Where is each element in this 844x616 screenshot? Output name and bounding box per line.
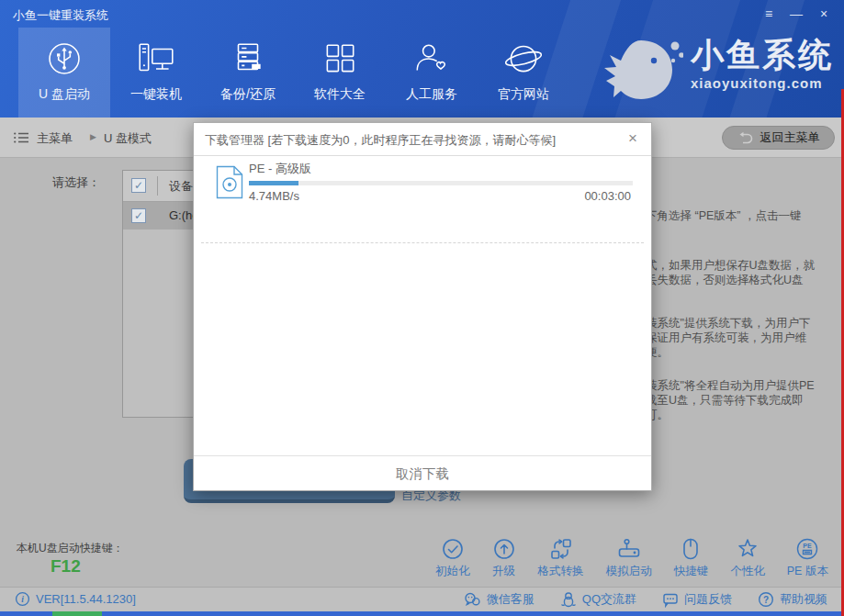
select-all-checkbox[interactable]: ✓ xyxy=(131,178,146,193)
minimize-icon[interactable]: — xyxy=(787,5,805,23)
boot-hotkey-label: 本机U盘启动快捷键： xyxy=(17,541,124,556)
device-column-header: 设备 xyxy=(169,178,193,195)
nav-item-backup-restore[interactable]: 备份/还原 xyxy=(202,28,294,118)
qq-group-link[interactable]: QQ交流群 xyxy=(560,591,636,608)
tool-hotkey[interactable]: 快捷键 xyxy=(674,536,709,579)
download-item: PE - 高级版 4.74MB/s 00:03:00 xyxy=(194,155,651,210)
svg-text:PE: PE xyxy=(804,542,813,548)
fish-logo-icon xyxy=(599,37,683,103)
tool-personalize[interactable]: 个性化 xyxy=(730,536,765,579)
brand-logo: 小鱼系统 xiaoyuxitong.com xyxy=(599,37,834,103)
help-icon: ? xyxy=(758,591,774,608)
nav-label: 备份/还原 xyxy=(202,86,294,103)
download-time-remaining: 00:03:00 xyxy=(584,189,631,203)
item-divider xyxy=(201,242,644,243)
bottom-strip-green xyxy=(52,611,102,616)
computer-icon xyxy=(110,28,202,83)
software-grid-icon xyxy=(294,28,386,83)
joystick-icon xyxy=(606,536,652,561)
help-video-link[interactable]: ? 帮助视频 xyxy=(758,591,827,608)
tool-initialize[interactable]: 初始化 xyxy=(435,536,470,579)
cancel-download-button[interactable]: 取消下载 xyxy=(377,456,467,491)
backup-restore-icon xyxy=(202,28,294,83)
disc-file-icon xyxy=(216,165,243,199)
nav-label: 官方网站 xyxy=(478,86,569,103)
breadcrumb-arrow-icon: ▶ xyxy=(90,132,96,141)
initialize-icon xyxy=(435,536,470,561)
format-convert-icon xyxy=(538,536,584,561)
svg-text:i: i xyxy=(21,595,24,604)
wechat-icon xyxy=(464,591,481,608)
instruction-text: 装系统"提供系统下载，为用户下 保证用户有系统可装，为用户维 便。 xyxy=(646,316,844,360)
back-to-main-menu-button[interactable]: 返回主菜单 xyxy=(722,126,835,150)
brand-domain: xiaoyuxitong.com xyxy=(691,75,834,91)
list-icon xyxy=(13,131,29,144)
globe-icon xyxy=(478,28,569,83)
mouse-icon xyxy=(674,536,709,561)
support-person-icon xyxy=(386,28,478,83)
dialog-title: 下载管理器 [若下载速度为0，此时程序正在寻找资源，请耐心等候] xyxy=(205,132,556,149)
app-window: 小鱼一键重装系统 ≡ — × U 盘启动 xyxy=(0,0,844,616)
menu-icon[interactable]: ≡ xyxy=(760,5,778,23)
instruction-text: 式，如果用户想保存U盘数据，就 丢失数据，否则选择格式化U盘 xyxy=(646,258,844,287)
usb-icon xyxy=(18,28,110,83)
tool-simulate-boot[interactable]: 模拟启动 xyxy=(606,536,652,579)
star-icon xyxy=(730,536,765,561)
download-progress-fill xyxy=(249,181,298,185)
nav-item-software[interactable]: 软件大全 xyxy=(294,28,386,118)
download-manager-dialog: 下载管理器 [若下载速度为0，此时程序正在寻找资源，请耐心等候] × PE - … xyxy=(193,122,652,491)
tool-format-convert[interactable]: 格式转换 xyxy=(538,536,584,579)
tool-pe-version[interactable]: PE PE 版本 xyxy=(787,536,828,579)
svg-text:?: ? xyxy=(763,595,769,605)
nav-item-support[interactable]: 人工服务 xyxy=(386,28,478,118)
dialog-close-icon[interactable]: × xyxy=(624,129,642,148)
header: 小鱼一键重装系统 ≡ — × U 盘启动 xyxy=(0,0,844,118)
pe-version-icon: PE xyxy=(787,536,828,561)
breadcrumb-root[interactable]: 主菜单 xyxy=(37,130,73,147)
dialog-footer: 取消下载 xyxy=(194,455,651,490)
main-nav: U 盘启动 一键装机 xyxy=(18,28,569,118)
bottom-strip xyxy=(0,611,844,616)
column-divider xyxy=(157,176,158,196)
nav-item-website[interactable]: 官方网站 xyxy=(478,28,569,118)
wechat-support-link[interactable]: 微信客服 xyxy=(464,591,535,608)
close-icon[interactable]: × xyxy=(815,5,833,23)
nav-label: U 盘启动 xyxy=(18,86,110,103)
instruction-text: 装系统"将全程自动为用户提供PE 载至U盘，只需等待下载完成即 可。 xyxy=(646,378,844,422)
feedback-link[interactable]: 问题反馈 xyxy=(662,591,732,608)
instruction-text: 下角选择 “PE版本” ，点击一键 xyxy=(646,208,844,223)
back-button-label: 返回主菜单 xyxy=(760,129,820,146)
info-icon: i xyxy=(15,591,30,607)
qq-icon xyxy=(560,591,577,608)
nav-label: 人工服务 xyxy=(386,86,478,103)
download-progress-track xyxy=(249,181,633,185)
nav-label: 软件大全 xyxy=(294,86,386,103)
window-title: 小鱼一键重装系统 xyxy=(13,7,108,24)
dialog-titlebar: 下载管理器 [若下载速度为0，此时程序正在寻找资源，请耐心等候] × xyxy=(194,123,651,156)
download-speed: 4.74MB/s xyxy=(249,189,299,203)
feedback-icon xyxy=(662,591,679,608)
boot-hotkey-value: F12 xyxy=(51,556,81,577)
select-label: 请选择： xyxy=(52,174,100,191)
nav-item-one-key-install[interactable]: 一键装机 xyxy=(110,28,202,118)
breadcrumb-current: U 盘模式 xyxy=(104,130,152,147)
tool-bar: 初始化 升级 格式转换 xyxy=(435,536,828,579)
upgrade-icon xyxy=(492,536,516,561)
version-label: VER[11.5.44.1230] xyxy=(36,592,136,606)
return-arrow-icon xyxy=(737,131,754,144)
download-item-name: PE - 高级版 xyxy=(249,161,311,177)
footer-bar: i VER[11.5.44.1230] 微信客服 xyxy=(0,587,844,611)
row-checkbox[interactable]: ✓ xyxy=(131,208,146,223)
tool-upgrade[interactable]: 升级 xyxy=(492,536,516,579)
nav-item-usb-boot[interactable]: U 盘启动 xyxy=(18,28,110,118)
brand-name: 小鱼系统 xyxy=(691,37,834,73)
nav-label: 一键装机 xyxy=(110,86,202,103)
